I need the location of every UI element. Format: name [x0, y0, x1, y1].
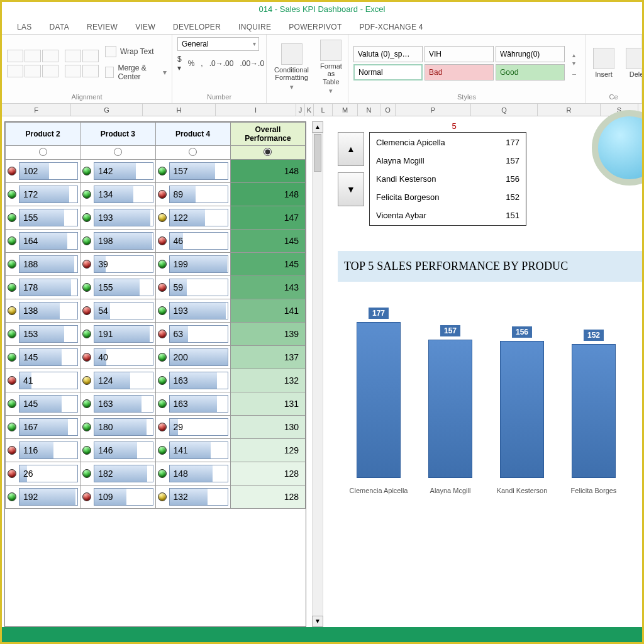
- traffic-light-icon: [82, 167, 91, 175]
- window-title: 014 - Sales KPI Dashboard - Excel: [2, 2, 642, 17]
- kpi-cell: 155: [6, 206, 80, 230]
- ribbon-tab[interactable]: PDF-XChange 4: [351, 20, 432, 34]
- column-header[interactable]: F: [2, 104, 71, 116]
- column-header[interactable]: O: [380, 104, 396, 116]
- ribbon-tab[interactable]: POWERPIVOT: [280, 20, 350, 34]
- traffic-light-icon: [158, 330, 167, 338]
- column-header[interactable]: H: [143, 104, 216, 116]
- style-cell[interactable]: VIH: [425, 46, 494, 62]
- chart-category-label: Kandi Kesterson: [491, 487, 553, 494]
- kpi-cell: 163: [155, 369, 230, 392]
- kpi-cell: 142: [80, 160, 155, 183]
- traffic-light-icon: [82, 423, 91, 431]
- traffic-light-icon: [158, 469, 167, 478]
- column-radio[interactable]: [189, 148, 197, 156]
- traffic-light-icon: [8, 376, 16, 385]
- traffic-light-icon: [158, 167, 167, 175]
- traffic-light-icon: [8, 236, 16, 245]
- kpi-cell: 29: [155, 416, 230, 439]
- column-header[interactable]: J: [296, 104, 305, 116]
- kpi-cell: 146: [80, 439, 155, 462]
- format-as-table-button[interactable]: Format as Table▾: [318, 40, 345, 94]
- kpi-cell: 134: [80, 183, 155, 206]
- overall-cell: 131: [230, 392, 305, 416]
- traffic-light-icon: [158, 190, 167, 199]
- overall-cell: 145: [230, 230, 305, 253]
- traffic-light-icon: [82, 399, 91, 408]
- column-header[interactable]: R: [538, 104, 601, 116]
- number-format-combo[interactable]: General: [177, 37, 259, 51]
- column-header[interactable]: G: [71, 104, 143, 116]
- traffic-light-icon: [8, 399, 16, 408]
- column-radio[interactable]: [39, 148, 47, 156]
- column-headers[interactable]: FGHIJKLMNOPQRS: [2, 104, 642, 116]
- traffic-light-icon: [82, 190, 91, 199]
- column-header[interactable]: N: [358, 104, 380, 116]
- ribbon: Wrap Text Merge & Center ▾ Alignment Gen…: [2, 35, 642, 104]
- style-cell[interactable]: Good: [496, 64, 565, 80]
- table-row: 16718029130: [6, 416, 306, 439]
- column-header[interactable]: L: [314, 104, 333, 116]
- kpi-cell: 178: [6, 276, 80, 299]
- style-cell[interactable]: Währung(0): [496, 46, 565, 62]
- overall-cell: 128: [230, 486, 305, 509]
- rank-row: Alayna Mcgill157: [371, 152, 525, 169]
- rank-spin-down[interactable]: ▼: [338, 172, 364, 206]
- style-cell[interactable]: Bad: [425, 64, 494, 80]
- group-number-label: Number: [172, 92, 266, 103]
- kpi-cell: 46: [155, 230, 230, 253]
- wrap-text-button[interactable]: Wrap Text: [105, 46, 167, 57]
- column-header[interactable]: K: [305, 104, 314, 116]
- ribbon-tab[interactable]: VIEW: [126, 20, 164, 34]
- traffic-light-icon: [158, 213, 167, 222]
- delete-cells-button[interactable]: Dele: [623, 48, 644, 78]
- column-radio[interactable]: [264, 148, 272, 156]
- kpi-cell: 188: [6, 253, 80, 276]
- ribbon-tab[interactable]: INQUIRE: [230, 20, 280, 34]
- cell-styles-gallery[interactable]: Valuta (0)_sp…VIHWährung(0)NormalBadGood: [353, 46, 565, 80]
- column-radio[interactable]: [114, 148, 122, 156]
- column-header[interactable]: I: [216, 104, 296, 116]
- column-header[interactable]: M: [333, 104, 358, 116]
- kpi-cell: 132: [155, 486, 230, 509]
- table-row: 26182148128: [6, 462, 306, 486]
- traffic-light-icon: [82, 446, 91, 455]
- traffic-light-icon: [82, 330, 91, 338]
- insert-cells-button[interactable]: Insert: [591, 48, 617, 78]
- scroll-up-icon[interactable]: ▲: [312, 121, 323, 133]
- style-cell[interactable]: Normal: [353, 64, 423, 80]
- column-header[interactable]: P: [396, 104, 471, 116]
- ribbon-tab[interactable]: DATA: [41, 20, 78, 34]
- group-cells-label: Ce: [586, 92, 641, 103]
- rank-spin-up[interactable]: ▲: [338, 132, 364, 166]
- ribbon-tab[interactable]: LAS: [8, 20, 41, 34]
- table-row: 41124163132: [6, 369, 306, 392]
- conditional-formatting-button[interactable]: Conditional Formatting▾: [272, 43, 311, 90]
- ribbon-tab[interactable]: DEVELOPER: [164, 20, 230, 34]
- chart-bar: 177: [357, 322, 401, 478]
- traffic-light-icon: [158, 446, 167, 455]
- traffic-light-icon: [158, 306, 167, 315]
- kpi-cell: 40: [80, 346, 155, 369]
- ribbon-tab[interactable]: REVIEW: [78, 20, 126, 34]
- chart-category-label: Clemencia Apicella: [347, 487, 410, 494]
- traffic-light-icon: [158, 492, 167, 501]
- traffic-light-icon: [8, 446, 16, 455]
- traffic-light-icon: [158, 376, 167, 385]
- scroll-down-icon[interactable]: ▼: [312, 616, 323, 627]
- kpi-cell: 116: [6, 439, 80, 462]
- table-header: Product 2: [6, 123, 80, 146]
- merge-center-button[interactable]: Merge & Center ▾: [105, 64, 167, 81]
- kpi-cell: 200: [155, 346, 230, 369]
- kpi-cell: 153: [6, 323, 80, 346]
- table-scrollbar[interactable]: ▲ ▼: [310, 121, 325, 627]
- traffic-light-icon: [8, 469, 16, 478]
- kpi-table: Product 2Product 3Product 4Overall Perfo…: [4, 121, 306, 627]
- traffic-light-icon: [158, 399, 167, 408]
- kpi-cell: 192: [6, 486, 80, 509]
- traffic-light-icon: [82, 353, 91, 362]
- column-header[interactable]: Q: [471, 104, 538, 116]
- style-cell[interactable]: Valuta (0)_sp…: [353, 46, 423, 62]
- kpi-cell: 26: [6, 462, 80, 486]
- traffic-light-icon: [8, 213, 16, 222]
